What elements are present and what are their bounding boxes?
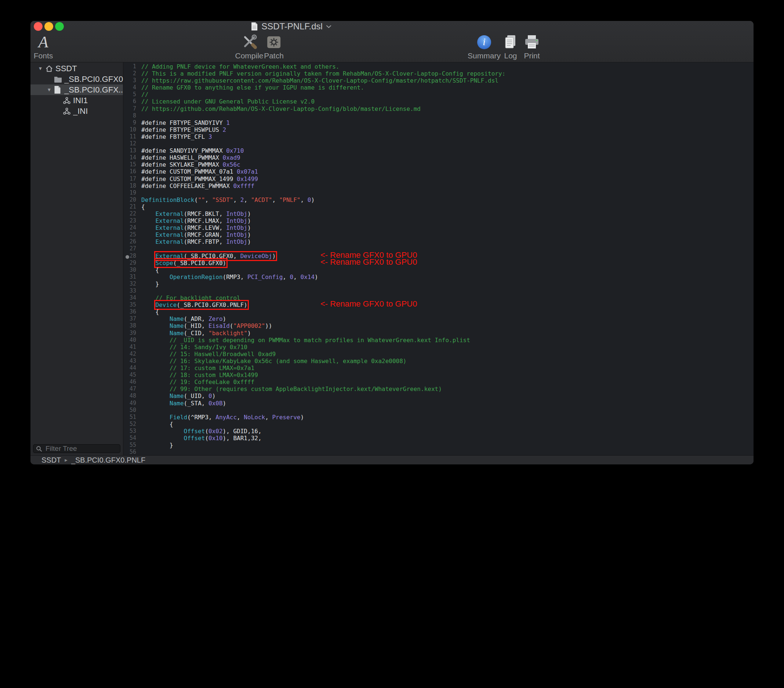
toolbar-button-log[interactable]: Log <box>502 33 519 60</box>
code-line-35: Device(_SB.PCI0.GFX0.PNLF)<- Rename GFX0… <box>141 302 754 309</box>
code-line-42: // 15: Haswell/Broadwell 0xad9 <box>141 351 754 358</box>
line-number: 21 <box>124 203 136 210</box>
status-bar: SSDT ▸ _SB.PCI0.GFX0.PNLF <box>30 455 754 464</box>
code-editor[interactable]: 1234567891011121314151617181920212223242… <box>124 63 754 455</box>
minimize-button[interactable] <box>44 22 53 31</box>
toolbar-button-compile[interactable]: Compile <box>235 33 263 60</box>
code-line-18: #define COFFEELAKE_PWMMAX 0xffff <box>141 183 754 190</box>
code-line-29: Scope(_SB.PCI0.GFX0)<- Rename GFX0 to GP… <box>141 259 754 267</box>
toolbar-label-fonts: Fonts <box>34 51 53 60</box>
rename-annotation: <- Rename GFX0 to GPU0 <box>320 300 417 307</box>
filter-field[interactable] <box>33 444 120 453</box>
line-number: 56 <box>124 449 136 455</box>
code-line-47: // 99: Other (requires custom AppleBackl… <box>141 386 754 393</box>
zoom-button[interactable] <box>55 22 64 31</box>
disclosure-triangle-icon[interactable]: ▼ <box>44 87 54 92</box>
line-number: 34 <box>124 294 136 302</box>
code-line-54: Offset(0x10), BAR1,32, <box>141 435 754 442</box>
line-number: 20 <box>124 196 136 203</box>
line-number: 23 <box>124 217 136 224</box>
line-number: 18 <box>124 183 136 190</box>
summary-info-icon: i <box>468 33 501 51</box>
line-number: 44 <box>124 365 136 371</box>
toolbar-button-fonts[interactable]: A Fonts <box>34 33 53 60</box>
line-number: 26 <box>124 238 136 245</box>
line-number-gutter: 1234567891011121314151617181920212223242… <box>124 63 138 455</box>
code-line-21: { <box>141 203 754 210</box>
folder-icon <box>54 76 64 82</box>
code-line-31: OperationRegion(RMP3, PCI_Config, 0, 0x1… <box>141 274 754 280</box>
toolbar-button-summary[interactable]: i Summary <box>468 33 501 60</box>
tree-item-label: _INI <box>73 106 88 116</box>
toolbar-label-print: Print <box>524 51 540 60</box>
code-line-12 <box>141 140 754 147</box>
tree-item-ini1[interactable]: INI1 <box>30 95 123 106</box>
code-line-1: // Adding PNLF device for WhateverGreen.… <box>141 63 754 70</box>
tree-item-ssdt[interactable]: ▼SSDT <box>30 63 123 74</box>
breadcrumb-root[interactable]: SSDT <box>41 456 61 464</box>
line-number: 17 <box>124 175 136 183</box>
toolbar-button-patch[interactable]: Patch <box>264 33 284 60</box>
line-number: 32 <box>124 280 136 287</box>
line-number: 29 <box>124 259 136 267</box>
method-icon <box>63 107 73 115</box>
window-title-group[interactable]: SSDT-PNLF.dsl <box>251 21 331 32</box>
code-line-27 <box>141 245 754 252</box>
line-number: 9 <box>124 119 136 126</box>
line-number: 41 <box>124 344 136 351</box>
code-line-4: // Rename GFX0 to anything else if your … <box>141 84 754 91</box>
code-line-10: #define FBTYPE_HSWPLUS 2 <box>141 126 754 133</box>
line-number: 12 <box>124 140 136 147</box>
line-number: 51 <box>124 414 136 421</box>
svg-text:i: i <box>483 36 486 47</box>
code-line-49: Name(_STA, 0x0B) <box>141 400 754 407</box>
window-header: SSDT-PNLF.dsl A Fonts Compile <box>30 21 754 63</box>
title-chevron-icon[interactable] <box>326 25 331 28</box>
line-number: 27 <box>124 245 136 252</box>
line-number: 11 <box>124 133 136 140</box>
traffic-lights <box>34 22 64 31</box>
line-number: 43 <box>124 358 136 365</box>
compile-icon <box>235 33 263 51</box>
line-number: 52 <box>124 421 136 428</box>
tree-item-sb-pci0-gfx[interactable]: ▼_SB.PCI0.GFX... <box>30 84 123 95</box>
code-line-14: #define HASWELL_PWMMAX 0xad9 <box>141 154 754 161</box>
code-line-25: External(RMCF.GRAN, IntObj) <box>141 231 754 238</box>
code-line-51: Field(^RMP3, AnyAcc, NoLock, Preserve) <box>141 414 754 421</box>
code-line-34: // For backlight control <box>141 294 754 302</box>
window-title: SSDT-PNLF.dsl <box>261 21 323 31</box>
line-number: 19 <box>124 190 136 196</box>
filter-input[interactable] <box>45 444 117 453</box>
line-number: 25 <box>124 231 136 238</box>
line-number: 40 <box>124 337 136 344</box>
toolbar-button-print[interactable]: Print <box>524 33 540 60</box>
code-line-26: External(RMCF.FBTP, IntObj) <box>141 238 754 245</box>
code-line-44: // 17: custom LMAX=0x7a1 <box>141 365 754 371</box>
code-line-53: Offset(0x02), GDID,16, <box>141 428 754 435</box>
code-line-40: // _UID is set depending on PWMMax to ma… <box>141 337 754 344</box>
breadcrumb-leaf[interactable]: _SB.PCI0.GFX0.PNLF <box>71 456 145 464</box>
document-proxy-icon <box>251 22 258 31</box>
code-line-19 <box>141 190 754 196</box>
tree-item-ini[interactable]: _INI <box>30 106 123 116</box>
tree-item-label: INI1 <box>73 96 88 106</box>
line-number: 54 <box>124 435 136 442</box>
disclosure-triangle-icon[interactable]: ▼ <box>36 66 45 71</box>
code-line-16: #define CUSTOM_PWMMAX_07a1 0x07a1 <box>141 168 754 175</box>
code-line-23: External(RMCF.LMAX, IntObj) <box>141 217 754 224</box>
code-line-9: #define FBTYPE_SANDYIVY 1 <box>141 119 754 126</box>
toolbar-label-compile: Compile <box>235 51 263 60</box>
rename-highlight-box: Scope(_SB.PCI0.GFX0) <box>156 259 226 267</box>
code-line-45: // 18: custom LMAX=0x1499 <box>141 371 754 378</box>
code-line-33 <box>141 287 754 294</box>
line-number: 5 <box>124 91 136 98</box>
toolbar-label-patch: Patch <box>264 51 284 60</box>
code-line-46: // 19: CoffeeLake 0xffff <box>141 378 754 386</box>
code-line-41: // 14: Sandy/Ivy 0x710 <box>141 344 754 351</box>
toolbar-label-log: Log <box>502 51 519 60</box>
line-number: 39 <box>124 330 136 337</box>
tree-item-sb-pci0-gfx0[interactable]: _SB.PCI0.GFX0 <box>30 74 123 84</box>
code-line-32: } <box>141 280 754 287</box>
line-number: 16 <box>124 168 136 175</box>
close-button[interactable] <box>34 22 43 31</box>
